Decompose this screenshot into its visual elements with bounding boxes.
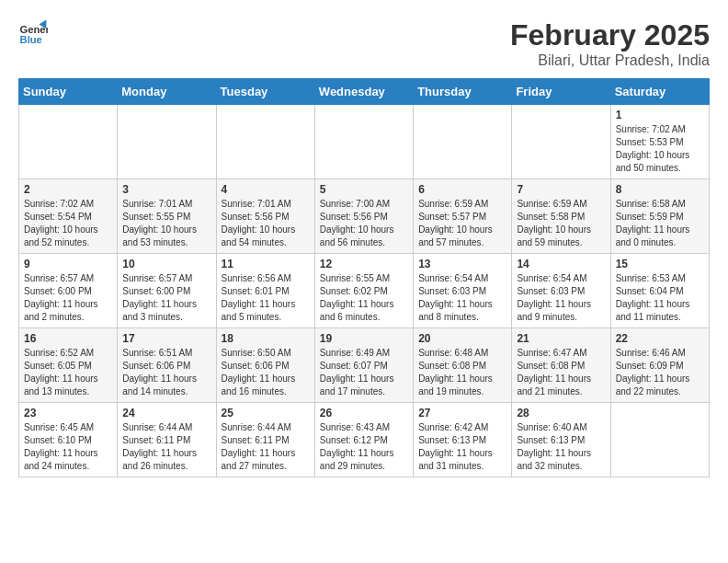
day-cell: 1Sunrise: 7:02 AM Sunset: 5:53 PM Daylig… [610,105,709,179]
svg-text:Blue: Blue [20,34,42,45]
weekday-header-tuesday: Tuesday [216,79,314,105]
day-cell: 17Sunrise: 6:51 AM Sunset: 6:06 PM Dayli… [118,328,216,403]
day-cell [414,105,512,179]
day-cell: 20Sunrise: 6:48 AM Sunset: 6:08 PM Dayli… [414,328,512,403]
day-number: 3 [122,183,210,196]
weekday-header-row: SundayMondayTuesdayWednesdayThursdayFrid… [19,79,710,105]
day-number: 17 [122,332,210,345]
day-cell: 9Sunrise: 6:57 AM Sunset: 6:00 PM Daylig… [19,254,118,328]
weekday-header-saturday: Saturday [610,79,709,105]
day-cell: 14Sunrise: 6:54 AM Sunset: 6:03 PM Dayli… [512,254,610,328]
day-cell: 15Sunrise: 6:53 AM Sunset: 6:04 PM Dayli… [610,254,709,328]
day-info: Sunrise: 6:46 AM Sunset: 6:09 PM Dayligh… [616,347,704,398]
day-number: 9 [24,258,112,270]
day-number: 22 [616,332,704,345]
day-cell [512,105,610,179]
day-cell: 3Sunrise: 7:01 AM Sunset: 5:55 PM Daylig… [118,179,216,254]
day-cell: 5Sunrise: 7:00 AM Sunset: 5:56 PM Daylig… [314,179,413,254]
day-info: Sunrise: 6:44 AM Sunset: 6:11 PM Dayligh… [122,421,210,473]
day-cell [19,105,118,179]
day-cell: 28Sunrise: 6:40 AM Sunset: 6:13 PM Dayli… [512,403,610,477]
weekday-header-thursday: Thursday [414,79,512,105]
day-number: 10 [122,258,210,270]
day-info: Sunrise: 6:42 AM Sunset: 6:13 PM Dayligh… [418,421,506,473]
day-number: 4 [222,183,310,196]
day-number: 24 [122,407,210,419]
title-block: February 2025 Bilari, Uttar Pradesh, Ind… [510,18,710,69]
day-number: 6 [418,183,506,196]
day-cell [216,105,314,179]
day-number: 28 [517,407,605,419]
logo-icon: General Blue [18,18,48,48]
day-number: 14 [517,258,605,270]
day-info: Sunrise: 6:48 AM Sunset: 6:08 PM Dayligh… [418,347,506,398]
day-number: 15 [616,258,704,270]
day-cell [610,403,709,477]
day-cell: 10Sunrise: 6:57 AM Sunset: 6:00 PM Dayli… [118,254,216,328]
day-cell: 24Sunrise: 6:44 AM Sunset: 6:11 PM Dayli… [118,403,216,477]
week-row-1: 1Sunrise: 7:02 AM Sunset: 5:53 PM Daylig… [19,105,710,179]
day-number: 1 [616,109,704,121]
day-cell: 21Sunrise: 6:47 AM Sunset: 6:08 PM Dayli… [512,328,610,403]
logo: General Blue [18,18,48,48]
day-cell: 12Sunrise: 6:55 AM Sunset: 6:02 PM Dayli… [314,254,413,328]
day-number: 23 [24,407,112,419]
weekday-header-friday: Friday [512,79,610,105]
day-cell: 25Sunrise: 6:44 AM Sunset: 6:11 PM Dayli… [216,403,314,477]
day-number: 12 [320,258,408,270]
week-row-4: 16Sunrise: 6:52 AM Sunset: 6:05 PM Dayli… [19,328,710,403]
day-cell: 6Sunrise: 6:59 AM Sunset: 5:57 PM Daylig… [414,179,512,254]
week-row-5: 23Sunrise: 6:45 AM Sunset: 6:10 PM Dayli… [19,403,710,477]
day-info: Sunrise: 7:02 AM Sunset: 5:54 PM Dayligh… [24,198,112,249]
day-info: Sunrise: 6:57 AM Sunset: 6:00 PM Dayligh… [122,272,210,324]
location-title: Bilari, Uttar Pradesh, India [510,52,710,69]
day-number: 11 [222,258,310,270]
page-header: General Blue February 2025 Bilari, Uttar… [18,18,710,69]
day-cell: 19Sunrise: 6:49 AM Sunset: 6:07 PM Dayli… [314,328,413,403]
week-row-2: 2Sunrise: 7:02 AM Sunset: 5:54 PM Daylig… [19,179,710,254]
day-number: 25 [222,407,310,419]
day-cell: 11Sunrise: 6:56 AM Sunset: 6:01 PM Dayli… [216,254,314,328]
day-cell: 8Sunrise: 6:58 AM Sunset: 5:59 PM Daylig… [610,179,709,254]
day-cell: 27Sunrise: 6:42 AM Sunset: 6:13 PM Dayli… [414,403,512,477]
day-info: Sunrise: 6:54 AM Sunset: 6:03 PM Dayligh… [418,272,506,324]
calendar-table: SundayMondayTuesdayWednesdayThursdayFrid… [18,78,710,477]
day-number: 27 [418,407,506,419]
day-number: 19 [320,332,408,345]
day-info: Sunrise: 6:55 AM Sunset: 6:02 PM Dayligh… [320,272,408,324]
day-info: Sunrise: 6:59 AM Sunset: 5:58 PM Dayligh… [517,198,605,249]
day-info: Sunrise: 6:59 AM Sunset: 5:57 PM Dayligh… [418,198,506,249]
day-info: Sunrise: 6:51 AM Sunset: 6:06 PM Dayligh… [122,347,210,398]
day-cell: 23Sunrise: 6:45 AM Sunset: 6:10 PM Dayli… [19,403,118,477]
week-row-3: 9Sunrise: 6:57 AM Sunset: 6:00 PM Daylig… [19,254,710,328]
day-info: Sunrise: 7:01 AM Sunset: 5:55 PM Dayligh… [122,198,210,249]
weekday-header-sunday: Sunday [19,79,118,105]
day-cell [314,105,413,179]
day-info: Sunrise: 6:57 AM Sunset: 6:00 PM Dayligh… [24,272,112,324]
day-cell: 26Sunrise: 6:43 AM Sunset: 6:12 PM Dayli… [314,403,413,477]
weekday-header-wednesday: Wednesday [314,79,413,105]
day-info: Sunrise: 6:44 AM Sunset: 6:11 PM Dayligh… [222,421,310,473]
day-cell [118,105,216,179]
day-info: Sunrise: 6:49 AM Sunset: 6:07 PM Dayligh… [320,347,408,398]
day-info: Sunrise: 6:50 AM Sunset: 6:06 PM Dayligh… [222,347,310,398]
weekday-header-monday: Monday [118,79,216,105]
day-number: 2 [24,183,112,196]
day-info: Sunrise: 6:53 AM Sunset: 6:04 PM Dayligh… [616,272,704,324]
day-cell: 16Sunrise: 6:52 AM Sunset: 6:05 PM Dayli… [19,328,118,403]
day-info: Sunrise: 6:43 AM Sunset: 6:12 PM Dayligh… [320,421,408,473]
day-number: 18 [222,332,310,345]
day-info: Sunrise: 6:40 AM Sunset: 6:13 PM Dayligh… [517,421,605,473]
day-info: Sunrise: 7:01 AM Sunset: 5:56 PM Dayligh… [222,198,310,249]
day-number: 21 [517,332,605,345]
day-info: Sunrise: 6:52 AM Sunset: 6:05 PM Dayligh… [24,347,112,398]
day-info: Sunrise: 6:47 AM Sunset: 6:08 PM Dayligh… [517,347,605,398]
day-cell: 4Sunrise: 7:01 AM Sunset: 5:56 PM Daylig… [216,179,314,254]
day-number: 8 [616,183,704,196]
day-info: Sunrise: 6:56 AM Sunset: 6:01 PM Dayligh… [222,272,310,324]
day-number: 5 [320,183,408,196]
day-info: Sunrise: 6:54 AM Sunset: 6:03 PM Dayligh… [517,272,605,324]
day-cell: 18Sunrise: 6:50 AM Sunset: 6:06 PM Dayli… [216,328,314,403]
day-info: Sunrise: 6:58 AM Sunset: 5:59 PM Dayligh… [616,198,704,249]
day-number: 13 [418,258,506,270]
